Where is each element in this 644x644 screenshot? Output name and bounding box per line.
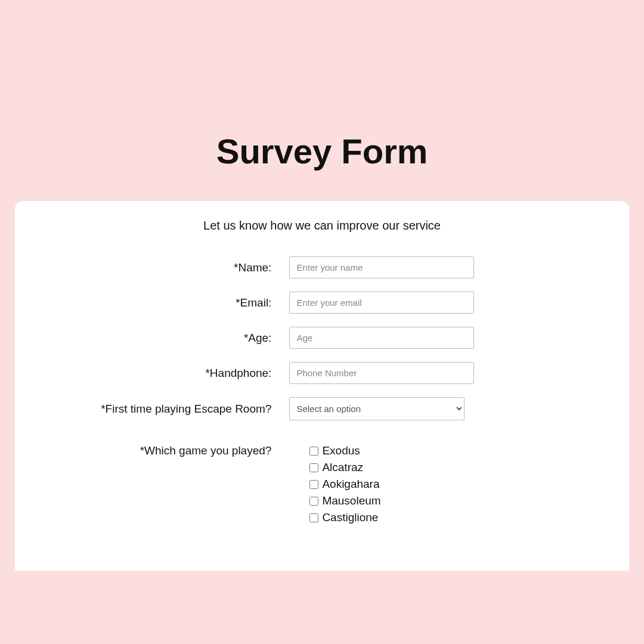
game-option-label: Alcatraz (322, 461, 363, 474)
game-option-exodus[interactable]: Exodus (309, 444, 593, 457)
handphone-label: *Handphone: (51, 367, 289, 380)
which-game-label: *Which game you played? (51, 444, 289, 457)
first-time-select[interactable]: Select an option (289, 397, 465, 420)
name-input[interactable] (289, 256, 474, 278)
email-input[interactable] (289, 292, 474, 314)
game-option-label: Castiglione (322, 511, 378, 524)
game-checkbox-exodus[interactable] (309, 447, 318, 456)
game-checkbox-alcatraz[interactable] (309, 463, 318, 472)
first-time-label: *First time playing Escape Room? (51, 402, 289, 416)
game-option-label: Aokigahara (322, 478, 379, 491)
survey-card: Let us know how we can improve our servi… (15, 201, 629, 571)
game-option-castiglione[interactable]: Castiglione (309, 511, 593, 524)
game-checkbox-mausoleum[interactable] (309, 497, 318, 506)
game-option-aokigahara[interactable]: Aokigahara (309, 478, 593, 491)
email-label: *Email: (51, 296, 289, 309)
game-checkbox-group: Exodus Alcatraz Aokigahara Mausoleum (289, 444, 593, 524)
game-checkbox-castiglione[interactable] (309, 513, 318, 522)
game-option-alcatraz[interactable]: Alcatraz (309, 461, 593, 474)
handphone-input[interactable] (289, 362, 474, 384)
game-option-label: Mausoleum (322, 494, 380, 507)
age-input[interactable] (289, 327, 474, 349)
game-option-mausoleum[interactable]: Mausoleum (309, 494, 593, 507)
game-option-label: Exodus (322, 444, 360, 457)
page-subtitle: Let us know how we can improve our servi… (51, 219, 593, 233)
game-checkbox-aokigahara[interactable] (309, 480, 318, 489)
name-label: *Name: (51, 261, 289, 274)
age-label: *Age: (51, 332, 289, 345)
page-title: Survey Form (0, 131, 644, 171)
